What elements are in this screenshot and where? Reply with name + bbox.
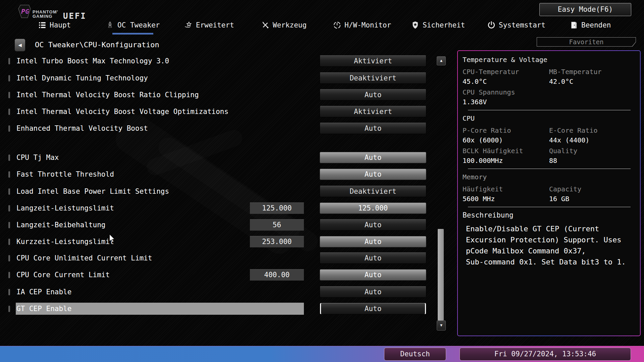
description-line: Enable/Disable GT CEP (Current [466,223,636,234]
info-label: Häufigkeit [463,185,549,193]
favorites-tab[interactable]: Favoriten [537,37,636,47]
setting-label: Intel Thermal Velocity Boost Voltage Opt… [16,106,228,118]
info-panel: Temperature & VoltageCPU-Temperatur45.0°… [457,50,641,336]
tab-systemstart[interactable]: Systemstart [487,19,545,32]
setting-row: Fast Throttle ThresholdAuto [0,168,451,180]
setting-row: CPU Tj MaxAuto [0,152,451,164]
setting-row: CPU Core Unlimited Current LimitAuto [0,252,451,264]
setting-value-button[interactable]: Auto [320,252,426,264]
tab-beenden[interactable]: Beenden [570,19,611,32]
tab-label: Erweitert [196,21,234,29]
info-cell: E-Core Ratio44x (4400) [549,126,636,144]
tab-werkzeug[interactable]: Werkzeug [261,19,307,32]
tab-haupt[interactable]: Haupt [38,19,71,32]
star-icon [184,21,193,29]
setting-label: IA CEP Enable [16,286,71,298]
setting-value-button[interactable]: Aktiviert [320,106,426,117]
row-marker-icon [8,58,10,64]
setting-value-button[interactable]: Auto [320,89,426,101]
info-row: P-Core Ratio60x (6000)E-Core Ratio44x (4… [463,126,636,144]
arrow-up-icon: ▲ [440,58,442,63]
tab-sicherheit[interactable]: Sicherheit [411,19,465,32]
favorites-label: Favoriten [537,38,636,46]
tab-h-w-monitor[interactable]: H/W-Monitor [333,19,391,32]
status-bar: Deutsch Fri 09/27/2024, 13:53:46 [0,346,644,362]
setting-row: Langzeit-Beibehaltung56Auto [0,219,451,231]
setting-value-button[interactable]: Auto [320,123,426,134]
setting-row: Load Intel Base Power Limit SettingsDeak… [0,185,451,197]
tab-label: Systemstart [499,21,545,29]
setting-row: Intel Dynamic Tuning TechnologyDeaktivie… [0,72,451,84]
tab-label: OC Tweaker [117,21,160,29]
rocket-icon [106,21,114,29]
info-cell: MB-Temperatur42.0°C [549,68,636,85]
info-section-title: CPU [463,114,636,122]
info-label: CPU-Temperatur [463,68,549,76]
tab-label: Werkzeug [273,21,307,29]
row-marker-icon [8,289,10,295]
phantom-gaming-logo-icon: PG [17,4,32,20]
row-marker-icon [8,239,10,245]
setting-label: Intel Thermal Velocity Boost Ratio Clipp… [16,89,199,101]
setting-value-input[interactable]: 253.000 [250,236,304,247]
datetime-display: Fri 09/27/2024, 13:53:46 [460,348,631,361]
info-label: E-Core Ratio [549,126,636,134]
back-button[interactable]: ◀ [15,39,25,51]
info-row: CPU-Temperatur45.0°CMB-Temperatur42.0°C [463,68,636,85]
info-label: Capacity [549,185,636,193]
info-section-title: Memory [463,173,636,181]
setting-label: Langzeit-Beibehaltung [16,219,106,231]
info-label: P-Core Ratio [463,126,549,134]
setting-value-button[interactable]: Deaktiviert [320,72,426,84]
info-value: 42.0°C [549,77,636,85]
info-cell: Häufigkeit5600 MHz [463,185,549,203]
row-marker-icon [8,92,10,98]
info-row: BCLK Häufigkeit100.000MHzQuality88 [463,147,636,165]
tab-erweitert[interactable]: Erweitert [184,19,234,32]
row-marker-icon [8,171,10,178]
info-cell: Quality88 [549,147,636,165]
info-label: BCLK Häufigkeit [463,147,549,155]
active-tab-underline [112,33,153,35]
row-marker-icon [8,155,10,161]
section-divider [468,207,631,207]
scroll-down-button[interactable]: ▼ [437,320,446,330]
info-row: CPU Spannungs1.368V [463,88,636,106]
setting-value-button[interactable]: Auto [320,286,426,298]
info-section-title: Temperature & Voltage [463,56,636,64]
setting-value-button[interactable]: Auto [320,169,426,180]
arrow-down-icon: ▼ [440,323,442,327]
info-cell: CPU Spannungs1.368V [463,88,549,106]
setting-value-button[interactable]: Auto [320,269,426,281]
scroll-up-button[interactable]: ▲ [437,56,446,65]
setting-row: Intel Turbo Boost Max Technology 3.0Akti… [0,55,451,67]
setting-value-button[interactable]: Auto [320,303,426,314]
info-cell: Capacity16 GB [549,185,636,203]
setting-value-button[interactable]: Deaktiviert [320,186,426,197]
language-button[interactable]: Deutsch [384,348,446,361]
scrollbar-thumb[interactable] [438,229,444,320]
setting-value-input[interactable]: 125.000 [250,202,304,214]
exit-icon [570,21,578,29]
setting-label: Enhanced Thermal Velocity Boost [16,122,148,134]
row-marker-icon [8,205,10,212]
setting-value-button[interactable]: Aktiviert [320,55,426,67]
setting-label: CPU Core Current Limit [16,269,110,281]
row-marker-icon [8,222,10,228]
tab-label: Beenden [581,21,611,29]
setting-label: Intel Dynamic Tuning Technology [16,72,148,84]
tab-oc-tweaker[interactable]: OC Tweaker [106,19,160,32]
setting-value-button[interactable]: 125.000 [320,202,426,214]
setting-value-button[interactable]: Auto [320,152,426,163]
breadcrumb: OC Tweaker\CPU-Konfiguration [35,41,159,49]
easy-mode-button[interactable]: Easy Mode(F6) [539,3,631,16]
setting-value-button[interactable]: Auto [320,219,426,231]
description-text: Enable/Disable GT CEP (CurrentExcursion … [463,223,636,267]
setting-value-input[interactable]: 56 [250,219,304,231]
tab-label: Sicherheit [423,21,465,29]
setting-value-input[interactable]: 400.00 [250,269,304,281]
list-icon [38,21,47,29]
svg-text:PG: PG [21,7,29,15]
setting-value-button[interactable]: Auto [320,236,426,247]
info-cell: BCLK Häufigkeit100.000MHz [463,147,549,165]
